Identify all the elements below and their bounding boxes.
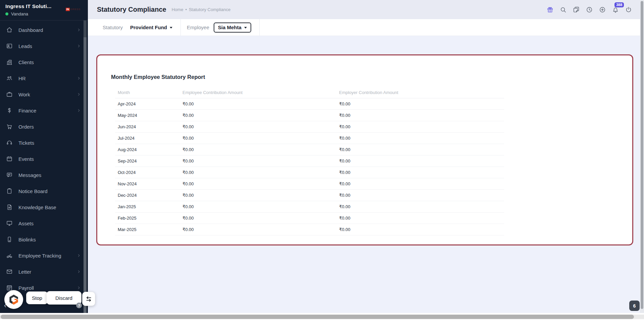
chevron-down-icon (170, 27, 172, 29)
chevron-right-icon (76, 253, 81, 258)
scooter-icon (6, 252, 13, 259)
cell-employee-contribution: ₹0.00 (180, 178, 336, 190)
sidebar-item-notice-board[interactable]: Notice Board (0, 183, 88, 199)
chevron-right-icon (76, 92, 81, 97)
sidebar-item-dashboard[interactable]: Dashboard (0, 22, 88, 38)
employee-filter-value: Sia Mehta (218, 25, 241, 30)
swap-button[interactable] (82, 292, 95, 306)
filter-divider (259, 19, 260, 36)
brand-logo-text: GRESS (70, 8, 80, 11)
app-window: Ingress IT Soluti... Vandana IN GRESS Da… (0, 0, 644, 313)
cell-employee-contribution: ₹0.00 (180, 133, 336, 144)
horizontal-scrollbar[interactable] (0, 313, 644, 320)
recorder-logo[interactable] (4, 290, 23, 309)
cell-employer-contribution: ₹0.00 (336, 98, 504, 110)
power-icon[interactable] (625, 6, 633, 14)
cell-employer-contribution: ₹0.00 (336, 213, 504, 224)
discard-button[interactable]: Discard (46, 291, 82, 305)
breadcrumb-home[interactable]: Home (172, 7, 183, 12)
sidebar-item-label: Messages (18, 172, 81, 178)
cell-month: Jul-2024 (115, 133, 180, 144)
table-row: Oct-2024₹0.00₹0.00 (115, 167, 504, 178)
notes-icon[interactable] (572, 6, 580, 14)
sidebar-item-employee-tracking[interactable]: Employee Tracking (0, 247, 88, 264)
sidebar-item-finance[interactable]: Finance (0, 102, 88, 119)
sidebar-item-assets[interactable]: Assets (0, 215, 88, 231)
table-header-row: MonthEmployee Contribution AmountEmploye… (115, 87, 504, 98)
sidebar-item-orders[interactable]: Orders (0, 119, 88, 135)
table-row: Jan-2025₹0.00₹0.00 (115, 201, 504, 213)
sidebar-item-label: Employee Tracking (18, 253, 76, 259)
cell-month: Jan-2025 (115, 201, 180, 213)
horizontal-scrollbar-thumb[interactable] (1, 315, 634, 319)
cart-icon (6, 123, 13, 130)
notifications-icon[interactable]: 388 (611, 6, 620, 14)
briefcase-icon (6, 91, 13, 98)
cell-month: Oct-2024 (115, 167, 180, 178)
sidebar-item-hr[interactable]: HR (0, 70, 88, 86)
content-area: Monthly Employee Statutory Report MonthE… (88, 36, 644, 313)
cell-employer-contribution: ₹0.00 (336, 178, 504, 190)
cell-employee-contribution: ₹0.00 (180, 155, 336, 167)
cell-month: Jun-2024 (115, 121, 180, 133)
sidebar-item-leads[interactable]: Leads (0, 38, 88, 54)
chevron-right-icon (76, 28, 81, 32)
sidebar-item-tickets[interactable]: Tickets (0, 135, 88, 151)
vertical-scrollbar[interactable] (640, 0, 644, 313)
sidebar-header[interactable]: Ingress IT Soluti... Vandana IN GRESS (0, 0, 88, 20)
stop-button[interactable]: Stop (26, 291, 48, 304)
cell-employer-contribution: ₹0.00 (336, 167, 504, 178)
sidebar-item-events[interactable]: Events (0, 151, 88, 167)
table-row: Aug-2024₹0.00₹0.00 (115, 144, 504, 155)
smartphone-icon (6, 236, 13, 243)
vertical-scrollbar-thumb[interactable] (641, 1, 643, 309)
sidebar-item-label: Assets (18, 221, 81, 226)
building-icon (6, 58, 13, 66)
chevron-right-icon (76, 108, 81, 113)
employee-filter-dropdown[interactable]: Sia Mehta (214, 22, 251, 33)
cell-employer-contribution: ₹0.00 (336, 144, 504, 155)
monitor-icon (6, 220, 13, 227)
sidebar-item-work[interactable]: Work (0, 86, 88, 102)
statutory-filter-dropdown[interactable]: Provident Fund (130, 25, 172, 30)
table-row: Jul-2024₹0.00₹0.00 (115, 133, 504, 144)
sidebar-item-label: Leads (18, 43, 76, 49)
sidebar-item-label: Knowledge Base (18, 204, 81, 210)
cell-employer-contribution: ₹0.00 (336, 224, 504, 235)
table-row: Dec-2024₹0.00₹0.00 (115, 190, 504, 201)
add-icon[interactable] (598, 6, 606, 14)
cell-employee-contribution: ₹0.00 (180, 110, 336, 121)
sidebar-item-letter[interactable]: Letter (0, 264, 88, 280)
people-icon (6, 75, 13, 82)
chevron-down-icon (244, 27, 247, 29)
table-row: Jun-2024₹0.00₹0.00 (115, 121, 504, 133)
headset-icon (6, 139, 13, 146)
cell-month: Mar-2025 (115, 224, 180, 235)
table-row: Mar-2025₹0.00₹0.00 (115, 224, 504, 235)
chevron-right-icon (76, 269, 81, 274)
cell-employee-contribution: ₹0.00 (180, 167, 336, 178)
help-button[interactable]: ? (76, 303, 82, 308)
sidebar-scrollbar[interactable] (84, 20, 87, 313)
history-icon[interactable] (585, 6, 593, 14)
swap-arrows-icon (85, 295, 93, 303)
gift-icon[interactable] (546, 6, 554, 14)
column-header: Month (115, 87, 180, 98)
sidebar: Ingress IT Soluti... Vandana IN GRESS Da… (0, 0, 88, 313)
sidebar-item-biolinks[interactable]: Biolinks (0, 231, 88, 247)
cell-month: Aug-2024 (115, 144, 180, 155)
page-title: Statutory Compliance (97, 6, 166, 13)
employee-filter-label: Employee (187, 25, 209, 30)
search-icon[interactable] (559, 6, 567, 14)
sidebar-item-clients[interactable]: Clients (0, 54, 88, 70)
sidebar-item-label: Clients (18, 59, 81, 65)
sidebar-scrollbar-thumb[interactable] (84, 37, 87, 313)
cell-month: May-2024 (115, 110, 180, 121)
current-user: Vandana (5, 11, 83, 16)
sidebar-nav: DashboardLeadsClientsHRWorkFinanceOrders… (0, 20, 88, 296)
column-header: Employee Contribution Amount (180, 87, 336, 98)
sidebar-item-messages[interactable]: Messages (0, 167, 88, 183)
sidebar-item-label: Payroll (18, 285, 76, 291)
sidebar-item-knowledge-base[interactable]: Knowledge Base (0, 199, 88, 215)
chat-icon (6, 171, 13, 179)
